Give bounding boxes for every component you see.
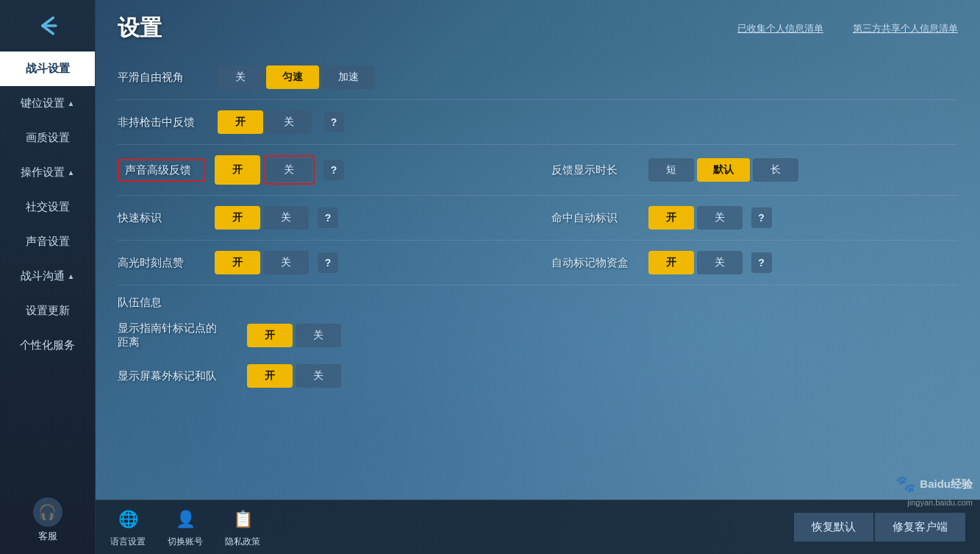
highlight-like-help[interactable]: ?	[318, 252, 338, 273]
audio-feedback-label: 声音高级反馈	[118, 159, 206, 182]
compass-distance-off[interactable]: 关	[296, 324, 341, 347]
sidebar: 战斗设置 键位设置 ▲ 画质设置 操作设置 ▲ 社交设置 声音设置 战斗沟通 ▲…	[0, 0, 96, 554]
offscreen-mark-row: 显示屏幕外标记和队 开 关	[118, 357, 958, 395]
language-label: 语言设置	[110, 536, 146, 548]
switch-account-label: 切换账号	[168, 536, 203, 548]
offscreen-mark-label: 显示屏幕外标记和队	[118, 369, 235, 383]
sidebar-item-operation[interactable]: 操作设置 ▲	[0, 155, 95, 190]
quick-mark-col: 快速标识 开 关 ?	[118, 206, 525, 230]
auto-mark-box-col: 自动标记物资盒 开 关 ?	[551, 251, 959, 274]
compass-distance-btn-group: 开 关	[247, 324, 341, 347]
feedback-duration-default[interactable]: 默认	[697, 158, 750, 182]
feedback-duration-col: 反馈显示时长 短 默认 长	[551, 158, 959, 182]
hit-auto-mark-btn-group: 开 关	[648, 206, 743, 230]
highlight-row: 高光时刻点赞 开 关 ? 自动标记物资盒 开 关 ?	[118, 244, 958, 282]
feedback-duration-short[interactable]: 短	[648, 158, 694, 182]
customer-service-label: 客服	[38, 530, 57, 543]
smooth-camera-btn-group: 关 匀速 加速	[218, 65, 375, 89]
non-gun-feedback-on[interactable]: 开	[218, 110, 263, 134]
hit-auto-mark-off[interactable]: 关	[697, 206, 743, 230]
highlight-like-off[interactable]: 关	[263, 251, 309, 274]
compass-distance-row: 显示指南针标记点的距离 开 关	[118, 314, 958, 357]
privacy-policy-btn[interactable]: 📋 隐私政策	[225, 506, 260, 548]
audio-feedback-col: 声音高级反馈 开 关 ?	[118, 155, 525, 185]
feedback-duration-btn-group: 短 默认 长	[648, 158, 798, 182]
feedback-duration-long[interactable]: 长	[753, 158, 798, 182]
bottom-bar: 🌐 语言设置 👤 切换账号 📋 隐私政策 恢复默认 修复客户端	[96, 500, 980, 554]
privacy-label: 隐私政策	[225, 536, 260, 548]
smooth-camera-fast[interactable]: 加速	[322, 65, 375, 89]
quick-mark-help[interactable]: ?	[318, 207, 338, 228]
smooth-camera-smooth[interactable]: 匀速	[266, 65, 319, 89]
non-gun-feedback-help[interactable]: ?	[323, 112, 344, 132]
privacy-icon: 📋	[229, 506, 256, 533]
sidebar-item-audio[interactable]: 声音设置	[0, 224, 95, 259]
audio-feedback-off[interactable]: 关	[266, 158, 312, 182]
language-settings-btn[interactable]: 🌐 语言设置	[110, 506, 146, 548]
language-icon: 🌐	[115, 506, 141, 533]
main-content: 设置 已收集个人信息清单 第三方共享个人信息清单 平滑自由视角 关 匀速 加速 …	[96, 0, 980, 554]
hit-auto-mark-label: 命中自动标识	[551, 211, 640, 225]
quick-mark-on[interactable]: 开	[215, 206, 260, 230]
auto-mark-box-label: 自动标记物资盒	[551, 256, 640, 270]
smooth-camera-row: 平滑自由视角 关 匀速 加速	[118, 58, 958, 96]
feedback-duration-label: 反馈显示时长	[551, 163, 640, 177]
sidebar-item-battle[interactable]: 战斗设置	[0, 52, 95, 86]
highlight-like-label: 高光时刻点赞	[118, 256, 206, 270]
hit-auto-mark-help[interactable]: ?	[751, 207, 772, 228]
offscreen-mark-off[interactable]: 关	[296, 364, 341, 388]
sidebar-item-graphics[interactable]: 画质设置	[0, 121, 95, 155]
quick-mark-label: 快速标识	[118, 211, 206, 225]
chevron-up-icon: ▲	[68, 99, 75, 107]
highlight-like-col: 高光时刻点赞 开 关 ?	[118, 251, 525, 274]
audio-feedback-btn-group: 开 关	[215, 155, 315, 185]
personal-info-link[interactable]: 已收集个人信息清单	[737, 22, 823, 35]
highlight-like-on[interactable]: 开	[215, 251, 260, 274]
chevron-up-icon-3: ▲	[68, 272, 75, 280]
audio-feedback-on[interactable]: 开	[215, 155, 260, 185]
bottom-right-actions: 恢复默认 修复客户端	[794, 513, 965, 541]
auto-mark-box-help[interactable]: ?	[751, 252, 772, 273]
highlight-like-btn-group: 开 关	[215, 251, 309, 274]
sidebar-bottom: 🎧 客服	[33, 486, 62, 554]
repair-client-btn[interactable]: 修复客户端	[875, 513, 965, 541]
audio-feedback-help[interactable]: ?	[323, 160, 344, 180]
sidebar-item-keybind[interactable]: 键位设置 ▲	[0, 86, 95, 121]
hit-auto-mark-on[interactable]: 开	[648, 206, 694, 230]
audio-feedback-row: 声音高级反馈 开 关 ? 反馈显示时长 短 默认 长	[118, 148, 958, 192]
sidebar-item-update[interactable]: 设置更新	[0, 294, 95, 328]
auto-mark-box-btn-group: 开 关	[648, 251, 743, 274]
header-links: 已收集个人信息清单 第三方共享个人信息清单	[737, 22, 958, 35]
switch-account-icon: 👤	[172, 506, 198, 533]
smooth-camera-off[interactable]: 关	[218, 65, 263, 89]
compass-distance-label: 显示指南针标记点的距离	[118, 322, 235, 349]
audio-feedback-off-highlight: 关	[263, 155, 315, 185]
offscreen-mark-on[interactable]: 开	[247, 364, 293, 388]
smooth-camera-label: 平滑自由视角	[118, 71, 206, 85]
quick-mark-btn-group: 开 关	[215, 206, 309, 230]
sidebar-item-personal[interactable]: 个性化服务	[0, 328, 95, 363]
third-party-link[interactable]: 第三方共享个人信息清单	[853, 22, 958, 35]
auto-mark-box-off[interactable]: 关	[697, 251, 743, 274]
chevron-up-icon-2: ▲	[68, 168, 75, 177]
non-gun-feedback-row: 非持枪击中反馈 开 关 ?	[118, 103, 958, 141]
compass-distance-on[interactable]: 开	[247, 324, 293, 347]
quick-mark-off[interactable]: 关	[263, 206, 309, 230]
offscreen-mark-btn-group: 开 关	[247, 364, 341, 388]
main-header: 设置 已收集个人信息清单 第三方共享个人信息清单	[96, 0, 980, 51]
sidebar-item-social[interactable]: 社交设置	[0, 190, 95, 224]
page-title: 设置	[118, 13, 162, 43]
auto-mark-box-on[interactable]: 开	[648, 251, 694, 274]
non-gun-feedback-off[interactable]: 关	[266, 110, 312, 134]
quick-mark-row: 快速标识 开 关 ? 命中自动标识 开 关 ?	[118, 199, 958, 237]
hit-auto-mark-col: 命中自动标识 开 关 ?	[551, 206, 959, 230]
switch-account-btn[interactable]: 👤 切换账号	[168, 506, 203, 548]
team-info-section-title: 队伍信息	[118, 288, 958, 314]
restore-default-btn[interactable]: 恢复默认	[794, 513, 873, 541]
sidebar-item-combat-comm[interactable]: 战斗沟通 ▲	[0, 259, 95, 294]
non-gun-feedback-label: 非持枪击中反馈	[118, 116, 206, 129]
customer-service-icon: 🎧	[33, 497, 62, 527]
non-gun-feedback-btn-group: 开 关	[218, 110, 312, 134]
settings-content: 平滑自由视角 关 匀速 加速 非持枪击中反馈 开 关 ? 声音高级反馈 开	[96, 51, 980, 500]
back-button[interactable]	[26, 7, 70, 44]
